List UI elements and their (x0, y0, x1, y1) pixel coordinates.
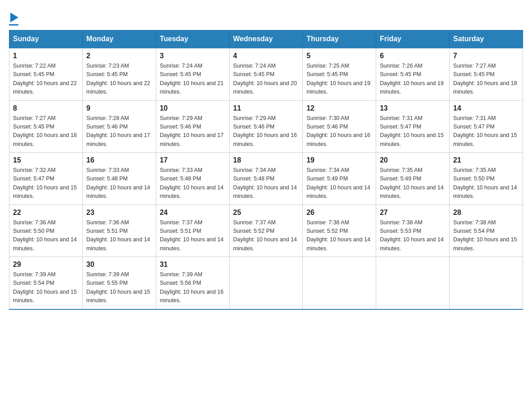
sunrise-label: Sunrise: 7:37 AM (233, 219, 276, 226)
calendar-day-cell (303, 257, 376, 309)
day-info: Sunrise: 7:35 AM Sunset: 5:49 PM Dayligh… (380, 166, 446, 201)
day-of-week-header: Thursday (303, 30, 376, 48)
daylight-label: Daylight: 10 hours and 20 minutes. (233, 80, 297, 95)
day-number: 2 (86, 52, 152, 60)
day-number: 6 (380, 52, 446, 60)
calendar-week-row: 1 Sunrise: 7:22 AM Sunset: 5:45 PM Dayli… (9, 48, 523, 100)
day-of-week-header: Saturday (450, 30, 523, 48)
sunrise-label: Sunrise: 7:26 AM (380, 63, 422, 69)
sunset-label: Sunset: 5:48 PM (233, 176, 275, 182)
sunrise-label: Sunrise: 7:38 AM (306, 219, 349, 226)
sunset-label: Sunset: 5:45 PM (13, 71, 54, 77)
day-info: Sunrise: 7:29 AM Sunset: 5:46 PM Dayligh… (160, 114, 226, 149)
sunrise-label: Sunrise: 7:29 AM (233, 115, 276, 121)
daylight-label: Daylight: 10 hours and 14 minutes. (306, 184, 370, 199)
day-number: 31 (160, 261, 226, 269)
day-number: 22 (13, 209, 79, 217)
sunset-label: Sunset: 5:45 PM (306, 71, 348, 77)
sunset-label: Sunset: 5:54 PM (13, 280, 54, 286)
daylight-label: Daylight: 10 hours and 14 minutes. (380, 184, 443, 199)
day-info: Sunrise: 7:38 AM Sunset: 5:53 PM Dayligh… (380, 218, 446, 253)
daylight-label: Daylight: 10 hours and 14 minutes. (86, 236, 150, 251)
day-info: Sunrise: 7:39 AM Sunset: 5:55 PM Dayligh… (86, 270, 152, 305)
calendar-day-cell: 6 Sunrise: 7:26 AM Sunset: 5:45 PM Dayli… (376, 48, 450, 100)
sunset-label: Sunset: 5:52 PM (233, 228, 275, 234)
day-number: 17 (160, 156, 226, 164)
logo-underline (9, 24, 18, 26)
sunset-label: Sunset: 5:55 PM (86, 280, 128, 286)
daylight-label: Daylight: 10 hours and 14 minutes. (13, 236, 77, 251)
day-number: 24 (160, 209, 226, 217)
daylight-label: Daylight: 10 hours and 14 minutes. (160, 184, 223, 199)
daylight-label: Daylight: 10 hours and 17 minutes. (86, 132, 150, 147)
daylight-label: Daylight: 10 hours and 14 minutes. (380, 236, 443, 251)
day-info: Sunrise: 7:37 AM Sunset: 5:51 PM Dayligh… (160, 218, 226, 253)
day-number: 9 (86, 104, 152, 112)
day-info: Sunrise: 7:33 AM Sunset: 5:48 PM Dayligh… (86, 166, 152, 201)
day-of-week-header: Wednesday (229, 30, 303, 48)
sunrise-label: Sunrise: 7:32 AM (13, 167, 56, 173)
day-number: 4 (233, 52, 299, 60)
daylight-label: Daylight: 10 hours and 16 minutes. (160, 289, 223, 304)
sunset-label: Sunset: 5:45 PM (380, 71, 421, 77)
calendar-day-cell: 25 Sunrise: 7:37 AM Sunset: 5:52 PM Dayl… (229, 205, 303, 257)
sunrise-label: Sunrise: 7:38 AM (453, 219, 496, 226)
sunrise-label: Sunrise: 7:24 AM (233, 63, 276, 69)
sunset-label: Sunset: 5:46 PM (306, 124, 348, 130)
day-info: Sunrise: 7:34 AM Sunset: 5:48 PM Dayligh… (233, 166, 299, 201)
day-info: Sunrise: 7:36 AM Sunset: 5:50 PM Dayligh… (13, 218, 79, 253)
day-number: 3 (160, 52, 226, 60)
sunset-label: Sunset: 5:45 PM (13, 124, 54, 130)
day-info: Sunrise: 7:30 AM Sunset: 5:46 PM Dayligh… (306, 114, 372, 149)
day-info: Sunrise: 7:34 AM Sunset: 5:49 PM Dayligh… (306, 166, 372, 201)
day-of-week-header: Monday (82, 30, 156, 48)
sunset-label: Sunset: 5:48 PM (160, 176, 201, 182)
calendar-day-cell: 17 Sunrise: 7:33 AM Sunset: 5:48 PM Dayl… (156, 153, 229, 205)
sunrise-label: Sunrise: 7:27 AM (453, 63, 496, 69)
calendar-day-cell: 22 Sunrise: 7:36 AM Sunset: 5:50 PM Dayl… (9, 205, 83, 257)
day-info: Sunrise: 7:32 AM Sunset: 5:47 PM Dayligh… (13, 166, 79, 201)
sunrise-label: Sunrise: 7:39 AM (160, 271, 202, 278)
sunrise-label: Sunrise: 7:31 AM (453, 115, 496, 121)
sunrise-label: Sunrise: 7:31 AM (380, 115, 422, 121)
sunset-label: Sunset: 5:52 PM (306, 228, 348, 234)
day-info: Sunrise: 7:28 AM Sunset: 5:46 PM Dayligh… (86, 114, 152, 149)
calendar-day-cell: 7 Sunrise: 7:27 AM Sunset: 5:45 PM Dayli… (450, 48, 523, 100)
calendar-day-cell: 20 Sunrise: 7:35 AM Sunset: 5:49 PM Dayl… (376, 153, 450, 205)
day-number: 11 (233, 104, 299, 112)
day-number: 28 (453, 209, 519, 217)
daylight-label: Daylight: 10 hours and 18 minutes. (453, 80, 517, 95)
day-info: Sunrise: 7:38 AM Sunset: 5:54 PM Dayligh… (453, 218, 519, 253)
svg-marker-0 (10, 13, 18, 22)
daylight-label: Daylight: 10 hours and 19 minutes. (380, 80, 443, 95)
day-number: 15 (13, 156, 79, 164)
calendar-day-cell: 13 Sunrise: 7:31 AM Sunset: 5:47 PM Dayl… (376, 100, 450, 153)
day-info: Sunrise: 7:27 AM Sunset: 5:45 PM Dayligh… (453, 62, 519, 97)
sunset-label: Sunset: 5:51 PM (160, 228, 201, 234)
sunset-label: Sunset: 5:46 PM (160, 124, 201, 130)
day-info: Sunrise: 7:23 AM Sunset: 5:45 PM Dayligh… (86, 62, 152, 97)
calendar-day-cell: 4 Sunrise: 7:24 AM Sunset: 5:45 PM Dayli… (229, 48, 303, 100)
daylight-label: Daylight: 10 hours and 14 minutes. (160, 236, 223, 251)
sunset-label: Sunset: 5:54 PM (453, 228, 494, 234)
daylight-label: Daylight: 10 hours and 18 minutes. (13, 132, 77, 147)
calendar-day-cell: 18 Sunrise: 7:34 AM Sunset: 5:48 PM Dayl… (229, 153, 303, 205)
calendar-week-row: 22 Sunrise: 7:36 AM Sunset: 5:50 PM Dayl… (9, 205, 523, 257)
day-info: Sunrise: 7:24 AM Sunset: 5:45 PM Dayligh… (233, 62, 299, 97)
calendar-day-cell: 19 Sunrise: 7:34 AM Sunset: 5:49 PM Dayl… (303, 153, 376, 205)
calendar-day-cell: 28 Sunrise: 7:38 AM Sunset: 5:54 PM Dayl… (450, 205, 523, 257)
day-number: 21 (453, 156, 519, 164)
sunset-label: Sunset: 5:48 PM (86, 176, 128, 182)
daylight-label: Daylight: 10 hours and 14 minutes. (233, 184, 297, 199)
sunset-label: Sunset: 5:50 PM (13, 228, 54, 234)
day-number: 19 (306, 156, 372, 164)
day-of-week-header: Sunday (9, 30, 83, 48)
day-info: Sunrise: 7:33 AM Sunset: 5:48 PM Dayligh… (160, 166, 226, 201)
calendar-day-cell: 14 Sunrise: 7:31 AM Sunset: 5:47 PM Dayl… (450, 100, 523, 153)
day-number: 14 (453, 104, 519, 112)
sunrise-label: Sunrise: 7:27 AM (13, 115, 56, 121)
day-number: 10 (160, 104, 226, 112)
day-number: 23 (86, 209, 152, 217)
daylight-label: Daylight: 10 hours and 15 minutes. (13, 289, 77, 304)
day-number: 25 (233, 209, 299, 217)
